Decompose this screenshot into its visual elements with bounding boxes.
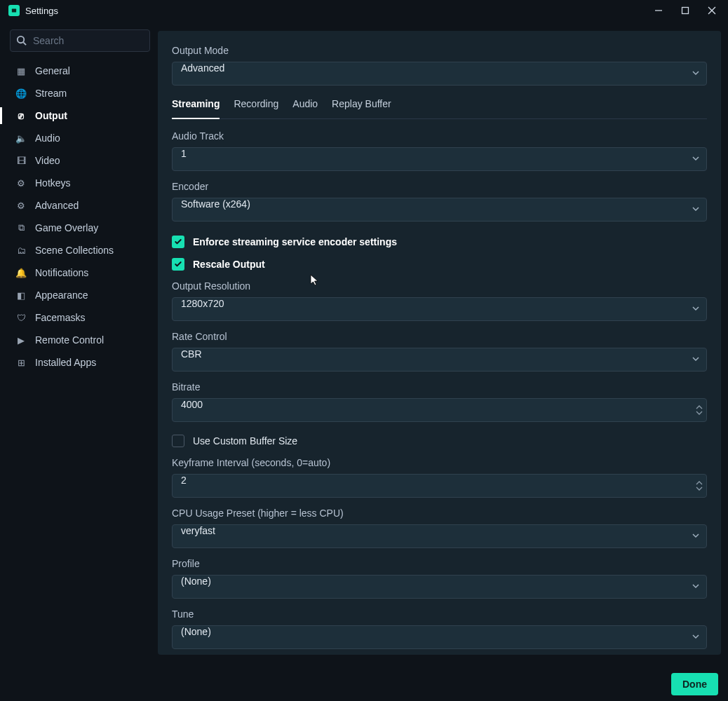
apps-icon: ⊞ — [15, 358, 27, 368]
search-icon — [16, 35, 27, 48]
remote-icon: ▶ — [15, 335, 27, 346]
custom-buffer-label: Use Custom Buffer Size — [193, 435, 297, 447]
sidebar-item-label: Audio — [35, 132, 60, 144]
sidebar-item-video[interactable]: 🎞Video — [10, 150, 151, 171]
sidebar-item-label: Scene Collections — [35, 245, 114, 256]
sidebar-item-label: Remote Control — [35, 334, 104, 346]
svg-line-6 — [23, 42, 26, 45]
sidebar-item-audio[interactable]: 🔈Audio — [10, 128, 151, 149]
audio-track-select[interactable]: 1 — [172, 147, 707, 171]
globe-icon: 🌐 — [15, 88, 27, 99]
sidebar-item-notifications[interactable]: 🔔Notifications — [10, 262, 151, 283]
titlebar: Settings — [0, 0, 728, 21]
stepper-icon[interactable] — [696, 404, 703, 416]
sidebar-item-label: Game Overlay — [35, 222, 98, 233]
svg-point-5 — [18, 36, 24, 43]
tab-recording[interactable]: Recording — [234, 98, 278, 118]
mask-icon: 🛡 — [15, 313, 27, 323]
sidebar-item-advanced[interactable]: ⚙Advanced — [10, 195, 151, 216]
sidebar-item-facemasks[interactable]: 🛡Facemasks — [10, 307, 151, 328]
search-input[interactable] — [10, 29, 150, 52]
grid-icon: ▦ — [15, 66, 27, 76]
sidebar-item-appearance[interactable]: ◧Appearance — [10, 285, 151, 306]
encoder-label: Encoder — [172, 181, 707, 192]
sidebar-item-label: Facemasks — [35, 312, 86, 323]
keyframe-input[interactable]: 2 — [172, 474, 707, 498]
enforce-checkbox[interactable] — [172, 236, 184, 248]
tab-audio[interactable]: Audio — [292, 98, 318, 118]
output-resolution-label: Output Resolution — [172, 280, 707, 292]
output-tabs: StreamingRecordingAudioReplay Buffer — [172, 98, 707, 119]
gear-icon: ⚙ — [15, 178, 27, 189]
settings-panel: Output Mode Advanced StreamingRecordingA… — [158, 31, 721, 655]
rescale-checkbox[interactable] — [172, 258, 184, 271]
layers-icon: 🗂 — [15, 245, 27, 256]
rescale-label: Rescale Output — [193, 259, 265, 270]
sidebar-item-remote-control[interactable]: ▶Remote Control — [10, 329, 151, 350]
sidebar-item-general[interactable]: ▦General — [10, 60, 151, 81]
minimize-button[interactable] — [645, 0, 672, 21]
bell-icon: 🔔 — [15, 268, 27, 278]
palette-icon: ◧ — [15, 290, 27, 301]
sidebar-item-output[interactable]: ⎚Output — [10, 105, 151, 126]
footer: Done — [0, 667, 728, 701]
cpu-preset-label: CPU Usage Preset (higher = less CPU) — [172, 508, 707, 519]
sliders-icon: ⚙ — [15, 200, 27, 211]
tab-streaming[interactable]: Streaming — [172, 98, 220, 119]
svg-rect-2 — [682, 8, 689, 14]
sidebar-item-hotkeys[interactable]: ⚙Hotkeys — [10, 172, 151, 193]
close-button[interactable] — [699, 0, 725, 21]
tune-label: Tune — [172, 608, 707, 620]
sidebar-item-stream[interactable]: 🌐Stream — [10, 83, 151, 104]
cpu-preset-select[interactable]: veryfast — [172, 524, 707, 548]
sidebar-item-label: Installed Apps — [35, 357, 96, 368]
sidebar-item-label: General — [35, 65, 70, 76]
sidebar-item-label: Hotkeys — [35, 177, 71, 189]
overlay-icon: ⧉ — [15, 222, 27, 233]
profile-label: Profile — [172, 558, 707, 569]
sidebar-item-label: Appearance — [35, 290, 88, 301]
done-button[interactable]: Done — [671, 673, 718, 695]
sidebar-item-label: Stream — [35, 88, 67, 99]
stepper-icon[interactable] — [696, 480, 703, 491]
encoder-select[interactable]: Software (x264) — [172, 198, 707, 222]
sidebar-item-scene-collections[interactable]: 🗂Scene Collections — [10, 240, 151, 261]
tab-replay-buffer[interactable]: Replay Buffer — [332, 98, 391, 118]
rate-control-label: Rate Control — [172, 331, 707, 342]
film-icon: 🎞 — [15, 156, 27, 166]
svg-rect-0 — [12, 9, 16, 13]
window-title: Settings — [25, 6, 58, 16]
sidebar-item-label: Output — [35, 110, 67, 121]
keyframe-label: Keyframe Interval (seconds, 0=auto) — [172, 457, 707, 468]
profile-select[interactable]: (None) — [172, 575, 707, 599]
rate-control-select[interactable]: CBR — [172, 348, 707, 372]
sidebar-item-installed-apps[interactable]: ⊞Installed Apps — [10, 352, 151, 373]
app-icon — [8, 5, 20, 16]
bitrate-label: Bitrate — [172, 381, 707, 393]
tune-select[interactable]: (None) — [172, 625, 707, 649]
output-resolution-select[interactable]: 1280x720 — [172, 297, 707, 321]
enforce-label: Enforce streaming service encoder settin… — [193, 236, 397, 247]
sidebar-item-label: Notifications — [35, 267, 88, 278]
volume-icon: 🔈 — [15, 133, 27, 144]
sidebar: ▦General🌐Stream⎚Output🔈Audio🎞Video⚙Hotke… — [0, 21, 158, 667]
audio-track-label: Audio Track — [172, 130, 707, 142]
bitrate-input[interactable]: 4000 — [172, 398, 707, 422]
sidebar-item-game-overlay[interactable]: ⧉Game Overlay — [10, 217, 151, 238]
output-mode-select[interactable]: Advanced — [172, 62, 707, 86]
custom-buffer-checkbox[interactable] — [172, 435, 184, 447]
maximize-button[interactable] — [672, 0, 699, 21]
output-mode-label: Output Mode — [172, 45, 707, 56]
output-icon: ⎚ — [15, 111, 27, 121]
sidebar-item-label: Advanced — [35, 200, 79, 211]
sidebar-item-label: Video — [35, 155, 60, 166]
